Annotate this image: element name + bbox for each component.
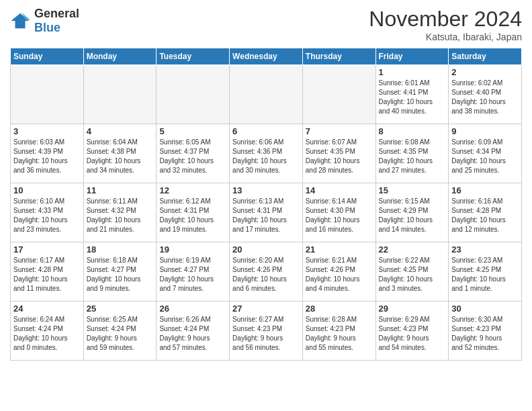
col-tuesday: Tuesday bbox=[157, 48, 230, 65]
logo: General Blue bbox=[10, 7, 79, 35]
table-row: 27Sunrise: 6:27 AM Sunset: 4:23 PM Dayli… bbox=[230, 302, 303, 361]
table-row: 12Sunrise: 6:12 AM Sunset: 4:31 PM Dayli… bbox=[157, 183, 230, 242]
day-info: Sunrise: 6:24 AM Sunset: 4:24 PM Dayligh… bbox=[13, 315, 81, 353]
day-number: 14 bbox=[306, 185, 373, 195]
day-info: Sunrise: 6:07 AM Sunset: 4:35 PM Dayligh… bbox=[306, 138, 373, 175]
table-row: 6Sunrise: 6:06 AM Sunset: 4:36 PM Daylig… bbox=[230, 124, 303, 183]
day-number: 13 bbox=[232, 185, 300, 195]
day-number: 24 bbox=[13, 304, 81, 314]
logo-icon bbox=[10, 11, 30, 31]
table-row: 30Sunrise: 6:30 AM Sunset: 4:23 PM Dayli… bbox=[449, 302, 522, 361]
day-number: 4 bbox=[87, 126, 154, 136]
table-row: 17Sunrise: 6:17 AM Sunset: 4:28 PM Dayli… bbox=[11, 242, 84, 302]
table-row: 18Sunrise: 6:18 AM Sunset: 4:27 PM Dayli… bbox=[83, 242, 157, 302]
day-info: Sunrise: 6:06 AM Sunset: 4:36 PM Dayligh… bbox=[232, 138, 300, 175]
day-info: Sunrise: 6:20 AM Sunset: 4:26 PM Dayligh… bbox=[232, 256, 300, 293]
table-row: 9Sunrise: 6:09 AM Sunset: 4:34 PM Daylig… bbox=[449, 124, 522, 183]
day-number: 23 bbox=[451, 244, 519, 255]
day-info: Sunrise: 6:09 AM Sunset: 4:34 PM Dayligh… bbox=[451, 138, 519, 175]
col-saturday: Saturday bbox=[449, 48, 522, 65]
title-block: November 2024 Katsuta, Ibaraki, Japan bbox=[369, 7, 522, 42]
col-wednesday: Wednesday bbox=[230, 48, 303, 65]
day-number: 18 bbox=[87, 244, 154, 255]
table-row: 24Sunrise: 6:24 AM Sunset: 4:24 PM Dayli… bbox=[11, 302, 84, 361]
table-row: 8Sunrise: 6:08 AM Sunset: 4:35 PM Daylig… bbox=[375, 124, 449, 183]
day-number: 11 bbox=[87, 185, 154, 195]
table-row: 15Sunrise: 6:15 AM Sunset: 4:29 PM Dayli… bbox=[375, 183, 449, 242]
day-info: Sunrise: 6:01 AM Sunset: 4:41 PM Dayligh… bbox=[379, 79, 446, 116]
col-friday: Friday bbox=[375, 48, 449, 65]
table-row bbox=[302, 65, 375, 124]
day-number: 9 bbox=[451, 126, 519, 136]
table-row: 4Sunrise: 6:04 AM Sunset: 4:38 PM Daylig… bbox=[83, 124, 157, 183]
day-info: Sunrise: 6:25 AM Sunset: 4:24 PM Dayligh… bbox=[87, 315, 154, 353]
day-info: Sunrise: 6:18 AM Sunset: 4:27 PM Dayligh… bbox=[87, 256, 154, 293]
day-number: 15 bbox=[379, 185, 446, 195]
day-number: 3 bbox=[13, 126, 81, 136]
day-info: Sunrise: 6:16 AM Sunset: 4:28 PM Dayligh… bbox=[451, 197, 519, 234]
table-row: 14Sunrise: 6:14 AM Sunset: 4:30 PM Dayli… bbox=[302, 183, 375, 242]
col-monday: Monday bbox=[83, 48, 157, 65]
table-row bbox=[11, 65, 84, 124]
table-row: 7Sunrise: 6:07 AM Sunset: 4:35 PM Daylig… bbox=[302, 124, 375, 183]
calendar-week-row: 1Sunrise: 6:01 AM Sunset: 4:41 PM Daylig… bbox=[11, 65, 522, 124]
calendar-table: Sunday Monday Tuesday Wednesday Thursday… bbox=[10, 48, 522, 361]
day-info: Sunrise: 6:19 AM Sunset: 4:27 PM Dayligh… bbox=[159, 256, 226, 293]
table-row: 20Sunrise: 6:20 AM Sunset: 4:26 PM Dayli… bbox=[230, 242, 303, 302]
calendar-header-row: Sunday Monday Tuesday Wednesday Thursday… bbox=[11, 48, 522, 65]
day-number: 21 bbox=[306, 244, 373, 255]
day-number: 7 bbox=[306, 126, 373, 136]
day-info: Sunrise: 6:27 AM Sunset: 4:23 PM Dayligh… bbox=[232, 315, 300, 353]
day-info: Sunrise: 6:05 AM Sunset: 4:37 PM Dayligh… bbox=[159, 138, 226, 175]
day-number: 6 bbox=[232, 126, 300, 136]
day-number: 19 bbox=[159, 244, 226, 255]
day-number: 2 bbox=[451, 67, 519, 77]
table-row: 26Sunrise: 6:26 AM Sunset: 4:24 PM Dayli… bbox=[157, 302, 230, 361]
day-info: Sunrise: 6:02 AM Sunset: 4:40 PM Dayligh… bbox=[451, 79, 519, 116]
calendar-week-row: 10Sunrise: 6:10 AM Sunset: 4:33 PM Dayli… bbox=[11, 183, 522, 242]
location: Katsuta, Ibaraki, Japan bbox=[369, 32, 522, 42]
page: General Blue November 2024 Katsuta, Ibar… bbox=[0, 0, 532, 411]
day-number: 29 bbox=[379, 304, 446, 314]
table-row: 5Sunrise: 6:05 AM Sunset: 4:37 PM Daylig… bbox=[157, 124, 230, 183]
day-info: Sunrise: 6:28 AM Sunset: 4:23 PM Dayligh… bbox=[306, 315, 373, 353]
day-number: 1 bbox=[379, 67, 446, 77]
table-row: 28Sunrise: 6:28 AM Sunset: 4:23 PM Dayli… bbox=[302, 302, 375, 361]
logo-blue: Blue bbox=[34, 21, 79, 35]
logo-text: General Blue bbox=[34, 7, 79, 35]
table-row bbox=[157, 65, 230, 124]
col-sunday: Sunday bbox=[11, 48, 84, 65]
day-info: Sunrise: 6:26 AM Sunset: 4:24 PM Dayligh… bbox=[159, 315, 226, 353]
table-row bbox=[83, 65, 157, 124]
table-row: 2Sunrise: 6:02 AM Sunset: 4:40 PM Daylig… bbox=[449, 65, 522, 124]
table-row: 16Sunrise: 6:16 AM Sunset: 4:28 PM Dayli… bbox=[449, 183, 522, 242]
day-info: Sunrise: 6:23 AM Sunset: 4:25 PM Dayligh… bbox=[451, 256, 519, 293]
day-info: Sunrise: 6:08 AM Sunset: 4:35 PM Dayligh… bbox=[379, 138, 446, 175]
table-row: 25Sunrise: 6:25 AM Sunset: 4:24 PM Dayli… bbox=[83, 302, 157, 361]
table-row: 19Sunrise: 6:19 AM Sunset: 4:27 PM Dayli… bbox=[157, 242, 230, 302]
col-thursday: Thursday bbox=[302, 48, 375, 65]
table-row: 22Sunrise: 6:22 AM Sunset: 4:25 PM Dayli… bbox=[375, 242, 449, 302]
day-info: Sunrise: 6:29 AM Sunset: 4:23 PM Dayligh… bbox=[379, 315, 446, 353]
calendar-week-row: 24Sunrise: 6:24 AM Sunset: 4:24 PM Dayli… bbox=[11, 302, 522, 361]
day-info: Sunrise: 6:03 AM Sunset: 4:39 PM Dayligh… bbox=[13, 138, 81, 175]
table-row: 23Sunrise: 6:23 AM Sunset: 4:25 PM Dayli… bbox=[449, 242, 522, 302]
day-info: Sunrise: 6:04 AM Sunset: 4:38 PM Dayligh… bbox=[87, 138, 154, 175]
header: General Blue November 2024 Katsuta, Ibar… bbox=[10, 7, 522, 42]
day-info: Sunrise: 6:21 AM Sunset: 4:26 PM Dayligh… bbox=[306, 256, 373, 293]
logo-general: General bbox=[34, 7, 79, 21]
day-number: 26 bbox=[159, 304, 226, 314]
day-info: Sunrise: 6:10 AM Sunset: 4:33 PM Dayligh… bbox=[13, 197, 81, 234]
day-info: Sunrise: 6:15 AM Sunset: 4:29 PM Dayligh… bbox=[379, 197, 446, 234]
month-title: November 2024 bbox=[369, 7, 522, 32]
table-row: 29Sunrise: 6:29 AM Sunset: 4:23 PM Dayli… bbox=[375, 302, 449, 361]
day-info: Sunrise: 6:17 AM Sunset: 4:28 PM Dayligh… bbox=[13, 256, 81, 293]
calendar-week-row: 3Sunrise: 6:03 AM Sunset: 4:39 PM Daylig… bbox=[11, 124, 522, 183]
table-row: 10Sunrise: 6:10 AM Sunset: 4:33 PM Dayli… bbox=[11, 183, 84, 242]
table-row bbox=[230, 65, 303, 124]
day-info: Sunrise: 6:11 AM Sunset: 4:32 PM Dayligh… bbox=[87, 197, 154, 234]
table-row: 21Sunrise: 6:21 AM Sunset: 4:26 PM Dayli… bbox=[302, 242, 375, 302]
day-info: Sunrise: 6:22 AM Sunset: 4:25 PM Dayligh… bbox=[379, 256, 446, 293]
day-info: Sunrise: 6:13 AM Sunset: 4:31 PM Dayligh… bbox=[232, 197, 300, 234]
day-number: 8 bbox=[379, 126, 446, 136]
